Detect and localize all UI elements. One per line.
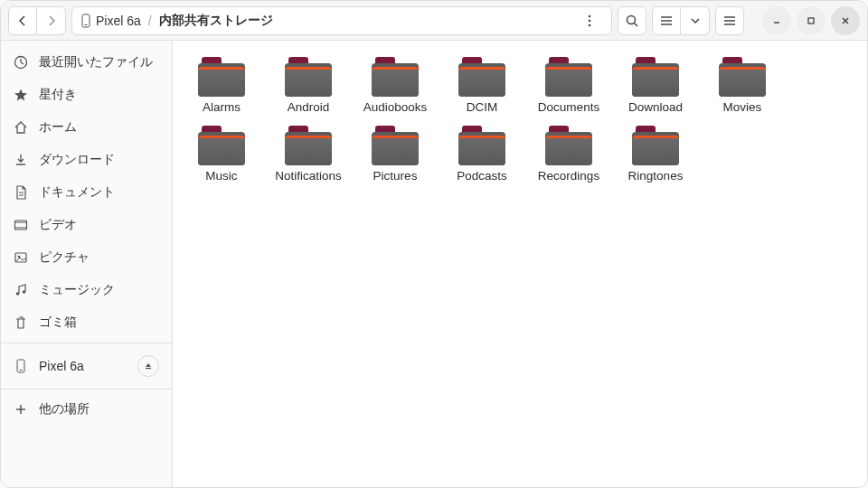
breadcrumb-device[interactable]: Pixel 6a <box>81 14 141 28</box>
breadcrumb-location-label: 内部共有ストレージ <box>159 13 273 29</box>
file-view[interactable]: Alarms Android Audiobooks DCIM Documents… <box>173 41 867 487</box>
svg-point-2 <box>589 14 591 17</box>
hamburger-menu-button[interactable] <box>715 6 744 35</box>
svg-rect-29 <box>146 368 151 369</box>
folder-item[interactable]: Android <box>265 52 352 120</box>
folder-label: Pictures <box>373 169 418 183</box>
chevron-down-icon <box>691 17 700 24</box>
svg-rect-28 <box>20 370 23 371</box>
folder-item[interactable]: Documents <box>525 52 612 120</box>
pathbar[interactable]: Pixel 6a / 内部共有ストレージ <box>71 6 612 35</box>
clock-icon <box>14 55 28 70</box>
sidebar-item-label: ミュージック <box>39 282 115 298</box>
sidebar-other-label: 他の場所 <box>39 401 90 418</box>
folder-item[interactable]: Ringtones <box>612 120 699 189</box>
folder-icon <box>285 57 332 97</box>
folder-item[interactable]: Audiobooks <box>352 52 439 120</box>
folder-label: Podcasts <box>457 169 507 183</box>
sidebar-other-locations[interactable]: 他の場所 <box>1 393 172 426</box>
folder-icon <box>458 57 505 97</box>
sidebar-device-label: Pixel 6a <box>39 359 84 373</box>
minimize-icon <box>772 16 781 25</box>
home-icon <box>14 120 28 135</box>
maximize-button[interactable] <box>797 6 826 35</box>
maximize-icon <box>807 16 816 25</box>
forward-button[interactable] <box>37 6 66 35</box>
phone-icon <box>81 14 90 28</box>
sidebar-item[interactable]: ピクチャ <box>1 241 172 274</box>
music-icon <box>14 283 28 297</box>
folder-icon <box>372 126 419 165</box>
folder-icon <box>198 126 245 165</box>
folder-icon <box>458 126 505 165</box>
eject-button[interactable] <box>137 355 159 377</box>
sidebar-item[interactable]: ビデオ <box>1 209 172 241</box>
sidebar-item[interactable]: 最近開いたファイル <box>1 46 172 79</box>
folder-label: Documents <box>538 100 599 115</box>
sidebar-item[interactable]: ミュージック <box>1 274 172 306</box>
folder-item[interactable]: DCIM <box>439 52 525 120</box>
sidebar-item[interactable]: ホーム <box>1 111 172 144</box>
folder-label: Android <box>288 100 330 115</box>
folder-item[interactable]: Notifications <box>265 120 352 189</box>
folder-label: Movies <box>723 100 762 115</box>
folder-icon <box>372 57 419 97</box>
phone-icon <box>14 359 28 373</box>
folder-item[interactable]: Recordings <box>525 120 612 189</box>
svg-rect-1 <box>85 24 88 25</box>
close-button[interactable] <box>831 6 860 35</box>
svg-rect-14 <box>808 18 814 23</box>
folder-item[interactable]: Download <box>612 52 699 120</box>
folder-item[interactable]: Podcasts <box>439 120 525 189</box>
folder-icon <box>632 57 679 97</box>
sidebar-item[interactable]: ドキュメント <box>1 176 172 209</box>
search-button[interactable] <box>618 6 646 35</box>
svg-point-25 <box>16 292 20 296</box>
folder-label: DCIM <box>467 100 498 115</box>
list-icon <box>660 15 673 26</box>
view-dropdown-button[interactable] <box>681 6 710 35</box>
breadcrumb-location[interactable]: 内部共有ストレージ <box>159 13 273 29</box>
trash-icon <box>14 315 28 330</box>
search-icon <box>626 14 638 27</box>
folder-item[interactable]: Pictures <box>352 120 439 189</box>
eject-icon <box>144 361 153 371</box>
svg-line-6 <box>635 23 638 26</box>
sidebar-item[interactable]: ゴミ箱 <box>1 306 172 339</box>
breadcrumb-separator: / <box>148 14 152 28</box>
svg-point-26 <box>23 290 26 294</box>
sidebar-item-label: 星付き <box>39 87 77 103</box>
svg-point-3 <box>589 19 591 22</box>
folder-icon <box>719 57 766 97</box>
video-icon <box>14 218 28 232</box>
sidebar-item-label: ピクチャ <box>39 249 90 266</box>
folder-icon <box>545 57 592 97</box>
document-icon <box>14 185 28 200</box>
sidebar-item[interactable]: ダウンロード <box>1 144 172 176</box>
back-button[interactable] <box>8 6 37 35</box>
folder-item[interactable]: Alarms <box>178 52 265 120</box>
folder-item[interactable]: Movies <box>699 52 786 120</box>
breadcrumb-device-label: Pixel 6a <box>96 14 141 28</box>
view-switcher <box>652 6 710 35</box>
download-icon <box>14 153 28 167</box>
chevron-left-icon <box>18 15 27 26</box>
path-menu-button[interactable] <box>577 8 602 33</box>
list-view-button[interactable] <box>652 6 681 35</box>
folder-icon <box>198 57 245 97</box>
sidebar-item-label: ビデオ <box>39 217 77 233</box>
sidebar-item[interactable]: 星付き <box>1 79 172 111</box>
chevron-right-icon <box>47 15 56 26</box>
folder-icon <box>632 126 679 165</box>
kebab-icon <box>588 14 591 27</box>
hamburger-icon <box>723 15 736 26</box>
sidebar-separator <box>1 389 172 389</box>
sidebar: 最近開いたファイル星付きホームダウンロードドキュメントビデオピクチャミュージック… <box>1 41 173 487</box>
folder-item[interactable]: Music <box>178 120 265 189</box>
picture-icon <box>14 250 28 265</box>
folder-label: Alarms <box>203 100 241 115</box>
folder-label: Music <box>205 169 237 183</box>
minimize-button[interactable] <box>762 6 791 35</box>
nav-buttons <box>8 6 66 35</box>
sidebar-device[interactable]: Pixel 6a <box>1 347 172 385</box>
